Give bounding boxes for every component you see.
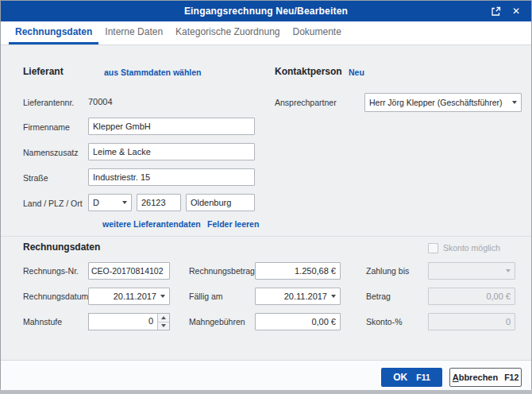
invoice-section-heading: Rechnungsdaten <box>23 241 100 253</box>
land-value: D <box>89 198 122 207</box>
spinner-up-button[interactable] <box>158 314 169 322</box>
skonto-checkbox-label: Skonto möglich <box>443 243 500 253</box>
betrag-label: Betrag <box>366 292 391 301</box>
popout-icon <box>491 6 501 17</box>
supplier-section-heading: Lieferant <box>23 66 64 77</box>
close-icon: ✕ <box>512 6 520 17</box>
spinner-down-button[interactable] <box>158 322 169 330</box>
tab-label: Kategorische Zuordnung <box>175 26 279 37</box>
mahnstufe-label: Mahnstufe <box>23 317 62 326</box>
strasse-input[interactable] <box>88 168 255 186</box>
rechnungsdatum-value: 20.11.2017 <box>89 292 160 301</box>
mahngebuehren-input[interactable] <box>255 313 341 330</box>
mahnstufe-value: 0 <box>89 314 157 330</box>
tab-rechnungsdaten[interactable]: Rechnungsdaten <box>9 21 98 44</box>
new-contact-link[interactable]: Neu <box>349 68 364 77</box>
chevron-up-icon <box>161 316 166 319</box>
cancel-button[interactable]: Abbrechen F12 <box>449 368 522 387</box>
close-button[interactable]: ✕ <box>507 3 525 19</box>
chevron-down-icon <box>331 295 336 298</box>
rechnungsnr-input[interactable] <box>88 262 170 280</box>
strasse-label: Straße <box>23 173 48 183</box>
chevron-down-icon <box>122 201 127 204</box>
plz-input[interactable] <box>137 194 181 211</box>
skonto-checkbox <box>428 243 438 253</box>
ansprechpartner-value: Herr Jörg Klepper (Geschäftsführer) <box>365 98 512 107</box>
chevron-down-icon <box>512 101 517 104</box>
rechnungsbetrag-input[interactable] <box>255 262 341 280</box>
tab-label: Rechnungsdaten <box>15 26 92 37</box>
namenszusatz-label: Namenszusatz <box>23 148 78 157</box>
betrag-input <box>428 288 515 305</box>
tab-kategorische-zuordnung[interactable]: Kategorische Zuordnung <box>169 21 286 44</box>
weitere-lieferantendaten-link[interactable]: weitere Lieferantendaten <box>102 219 201 229</box>
cancel-shortcut: F12 <box>504 373 519 382</box>
dialog-title: Eingangsrechnung Neu/Bearbeiten <box>1 6 531 17</box>
chevron-down-icon <box>506 269 511 272</box>
tab-label: Dokumente <box>292 26 341 37</box>
ok-button[interactable]: OK F11 <box>381 368 442 387</box>
faellig-am-label: Fällig am <box>189 292 223 301</box>
land-plz-ort-label: Land / PLZ / Ort <box>23 199 83 208</box>
cancel-label: Abbrechen <box>453 373 498 382</box>
ok-label: OK <box>393 372 407 383</box>
mahngebuehren-label: Mahngebühren <box>189 317 245 326</box>
firmenname-label: Firmenname <box>23 122 70 132</box>
faellig-am-dropdown[interactable]: 20.11.2017 <box>255 288 341 305</box>
chevron-down-icon <box>161 324 166 327</box>
ort-input[interactable] <box>186 194 255 211</box>
zahlung-bis-label: Zahlung bis <box>366 266 409 276</box>
mahnstufe-spinner[interactable]: 0 <box>88 313 170 330</box>
rechnungsdatum-label: Rechnungsdatum <box>23 292 88 301</box>
choose-from-masterdata-link[interactable]: aus Stammdaten wählen <box>104 68 202 77</box>
ok-shortcut: F11 <box>416 373 430 382</box>
rechnungsnr-label: Rechnungs-Nr. <box>23 266 79 276</box>
ansprechpartner-dropdown[interactable]: Herr Jörg Klepper (Geschäftsführer) <box>364 93 522 112</box>
tab-interne-daten[interactable]: Interne Daten <box>98 21 169 44</box>
titlebar[interactable]: Eingangsrechnung Neu/Bearbeiten ✕ <box>1 1 531 21</box>
skonto-pct-input <box>428 313 515 330</box>
felder-leeren-link[interactable]: Felder leeren <box>207 219 259 229</box>
lieferantennr-value: 70004 <box>88 97 113 106</box>
tab-dokumente[interactable]: Dokumente <box>286 21 347 44</box>
rechnungsdatum-dropdown[interactable]: 20.11.2017 <box>88 288 170 305</box>
tab-label: Interne Daten <box>105 26 163 37</box>
ansprechpartner-label: Ansprechpartner <box>275 98 337 107</box>
section-divider <box>1 236 531 237</box>
contact-section-heading: Kontaktperson <box>275 66 342 77</box>
namenszusatz-input[interactable] <box>88 143 255 160</box>
popout-button[interactable] <box>487 3 504 19</box>
firmenname-input[interactable] <box>88 118 255 135</box>
invoice-edit-dialog: Eingangsrechnung Neu/Bearbeiten ✕ Rechnu… <box>0 0 532 389</box>
footer: OK F11 Abbrechen F12 <box>1 360 531 390</box>
land-dropdown[interactable]: D <box>88 194 132 211</box>
rechnungsbetrag-label: Rechnungsbetrag <box>189 266 255 276</box>
zahlung-bis-dropdown <box>428 262 515 280</box>
skonto-pct-label: Skonto-% <box>366 317 403 326</box>
faellig-am-value: 20.11.2017 <box>256 292 331 301</box>
chevron-down-icon <box>160 295 165 298</box>
lieferantennr-label: Lieferantennr. <box>23 98 74 107</box>
tabbar: Rechnungsdaten Interne Daten Kategorisch… <box>1 21 531 45</box>
spinner-buttons <box>157 314 169 330</box>
